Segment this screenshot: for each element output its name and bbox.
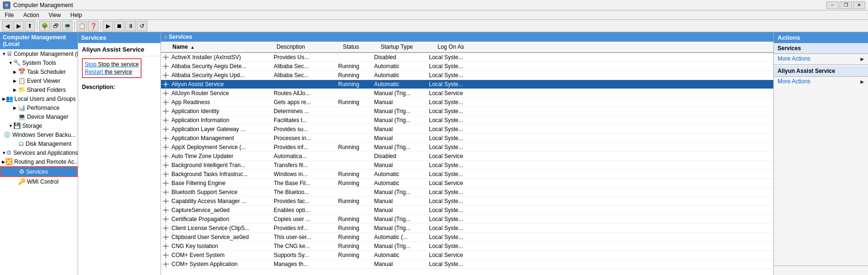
expand-toggle[interactable]: ▶: [13, 70, 18, 74]
new-window-button[interactable]: 🗗: [51, 21, 61, 31]
expand-toggle[interactable]: ▶: [2, 97, 6, 101]
expand-toggle[interactable]: ▶: [13, 79, 18, 83]
restart-service-link[interactable]: Restart the service: [85, 69, 139, 75]
more-actions-services[interactable]: More Actions ▶: [774, 54, 868, 63]
up-button[interactable]: ⬆: [25, 21, 35, 31]
service-desc-cell: [273, 83, 337, 85]
menu-action[interactable]: Action: [20, 11, 42, 19]
service-name-cell: Background Intelligent Tran...: [170, 161, 273, 169]
row-icon-wrap: [161, 243, 170, 249]
table-row[interactable]: Clipboard User Service_ae0ed This user-s…: [161, 233, 773, 242]
service-startup-cell: Manual (Trig...: [373, 116, 428, 124]
svg-point-105: [164, 245, 167, 247]
svg-point-60: [164, 164, 167, 166]
table-row[interactable]: App Readiness Gets apps re... Running Ma…: [161, 98, 773, 107]
close-button[interactable]: ✕: [853, 1, 865, 9]
table-row[interactable]: AllJoyn Router Service Routes AllJo... M…: [161, 89, 773, 98]
minimize-button[interactable]: −: [826, 1, 839, 9]
service-logon-cell: Local Syste...: [428, 260, 483, 268]
expand-toggle[interactable]: ▼: [9, 124, 13, 128]
back-button[interactable]: ◀: [2, 21, 12, 31]
table-row[interactable]: Application Management Processes in... M…: [161, 134, 773, 143]
table-row[interactable]: Auto Time Zone Updater Automatica... Dis…: [161, 152, 773, 161]
svg-point-10: [164, 74, 167, 76]
table-row[interactable]: Base Filtering Engine The Base Fil... Ru…: [161, 179, 773, 188]
table-row[interactable]: Certificate Propagation Copies user ... …: [161, 215, 773, 224]
sidebar-item-shared-folders[interactable]: ▶ 📁 Shared Folders: [0, 85, 78, 94]
table-row[interactable]: COM+ Event System Supports Sy... Running…: [161, 251, 773, 260]
expand-toggle[interactable]: ▶: [13, 106, 18, 110]
computer-button[interactable]: 💻: [62, 21, 72, 31]
menu-file[interactable]: File: [2, 11, 17, 19]
service-logon-cell: Local Service: [428, 89, 483, 98]
menu-view[interactable]: View: [46, 11, 64, 19]
pause-button[interactable]: ⏸: [125, 21, 136, 31]
expand-toggle[interactable]: ▼: [2, 151, 6, 155]
sidebar-item-system-tools[interactable]: ▼ 🔧 System Tools: [0, 58, 78, 67]
more-actions-service[interactable]: More Actions ▶: [774, 77, 868, 86]
table-row[interactable]: AppX Deployment Service (... Provides in…: [161, 143, 773, 152]
col-header-startup[interactable]: Startup Type: [379, 43, 436, 51]
restore-button[interactable]: ❐: [840, 1, 852, 9]
service-startup-cell: Manual (Trig...: [373, 107, 428, 115]
table-row[interactable]: Client License Service (ClipS... Provide…: [161, 224, 773, 233]
table-row[interactable]: CNG Key Isolation The CNG ke... Running …: [161, 242, 773, 251]
sidebar-item-device-manager[interactable]: 💻 Device Manager: [0, 112, 78, 121]
sidebar-item-local-users[interactable]: ▶ 👥 Local Users and Groups: [0, 94, 78, 103]
sidebar-item-disk-management[interactable]: 🗂 Disk Management: [0, 139, 78, 148]
expand-toggle[interactable]: ▼: [2, 52, 6, 56]
table-row[interactable]: Background Intelligent Tran... Transfers…: [161, 161, 773, 170]
play-button[interactable]: ▶: [103, 21, 113, 31]
sidebar-item-wmi[interactable]: 🔑 WMI Control: [0, 177, 78, 186]
sidebar-item-storage[interactable]: ▼ 💾 Storage: [0, 121, 78, 130]
sidebar-item-computer-management[interactable]: ▼ 🖥 Computer Management (Local: [0, 49, 78, 58]
table-row[interactable]: Bluetooth Support Service The Bluetoo...…: [161, 188, 773, 197]
table-row[interactable]: CaptureService_ae0ed Enables opti... Man…: [161, 206, 773, 215]
forward-button[interactable]: ▶: [13, 21, 24, 31]
service-status-cell: [337, 56, 373, 58]
sidebar-item-routing[interactable]: ▶ 🔀 Routing and Remote Ac...: [0, 157, 78, 166]
service-desc-cell: Determines ...: [273, 107, 337, 115]
storage-icon: 💾: [13, 122, 21, 129]
properties-button[interactable]: 📋: [77, 21, 87, 31]
service-desc-cell: Facilitates t...: [273, 116, 337, 124]
table-row[interactable]: Application Information Facilitates t...…: [161, 116, 773, 125]
table-row[interactable]: Background Tasks Infrastruc... Windows i…: [161, 170, 773, 179]
table-row[interactable]: Alibaba Security Aegis Dete... Alibaba S…: [161, 62, 773, 71]
sidebar-item-performance[interactable]: ▶ 📊 Performance: [0, 103, 78, 112]
sidebar-item-services[interactable]: ⚙ Services: [0, 166, 78, 177]
expand-toggle[interactable]: ▶: [2, 160, 5, 164]
sidebar-item-backup[interactable]: 💿 Windows Server Backu...: [0, 130, 78, 139]
sidebar-item-event-viewer[interactable]: ▶ 📋 Event Viewer: [0, 76, 78, 85]
sidebar-item-task-scheduler[interactable]: ▶ 📅 Task Scheduler: [0, 67, 78, 76]
table-row[interactable]: Aliyun Assist Service Running Automatic …: [161, 80, 773, 89]
disk-icon: 🗂: [18, 140, 24, 147]
sidebar-label: Task Scheduler: [27, 69, 66, 75]
table-row[interactable]: Alibaba Security Aegis Upd... Alibaba Se…: [161, 71, 773, 80]
restart-button[interactable]: ↺: [137, 21, 147, 31]
table-row[interactable]: Application Identity Determines ... Manu…: [161, 107, 773, 116]
menu-help[interactable]: Help: [68, 11, 85, 19]
service-name-cell: CaptureService_ae0ed: [170, 206, 273, 214]
table-row[interactable]: COM+ System Application Manages th... Ma…: [161, 260, 773, 269]
stop-service-link[interactable]: Stop Stop the service: [85, 61, 139, 68]
expand-toggle[interactable]: ▼: [9, 61, 13, 65]
gear-icon: [162, 225, 169, 231]
scrollbar-placeholder: [774, 266, 868, 275]
col-header-desc[interactable]: Description: [275, 43, 341, 51]
table-row[interactable]: Application Layer Gateway ... Provides s…: [161, 125, 773, 134]
service-name-cell: AppX Deployment Service (...: [170, 143, 273, 151]
show-hide-tree-button[interactable]: 🌳: [39, 21, 50, 31]
table-row[interactable]: Capability Access Manager ... Provides f…: [161, 197, 773, 206]
help-button[interactable]: ❓: [88, 21, 98, 31]
stop-button[interactable]: ⏹: [114, 21, 125, 31]
row-icon-wrap: [161, 189, 170, 195]
col-header-status[interactable]: Status: [341, 43, 379, 51]
table-row[interactable]: ActiveX Installer (AxInstSV) Provides Us…: [161, 53, 773, 62]
expand-toggle[interactable]: ▶: [13, 88, 18, 92]
col-header-logon[interactable]: Log On As: [436, 43, 492, 51]
col-header-name[interactable]: Name ▲: [170, 43, 275, 51]
sidebar-item-services-apps[interactable]: ▼ ⚙ Services and Applications: [0, 148, 78, 157]
sidebar-label: Services and Applications: [13, 150, 78, 156]
row-icon-wrap: [161, 180, 170, 186]
